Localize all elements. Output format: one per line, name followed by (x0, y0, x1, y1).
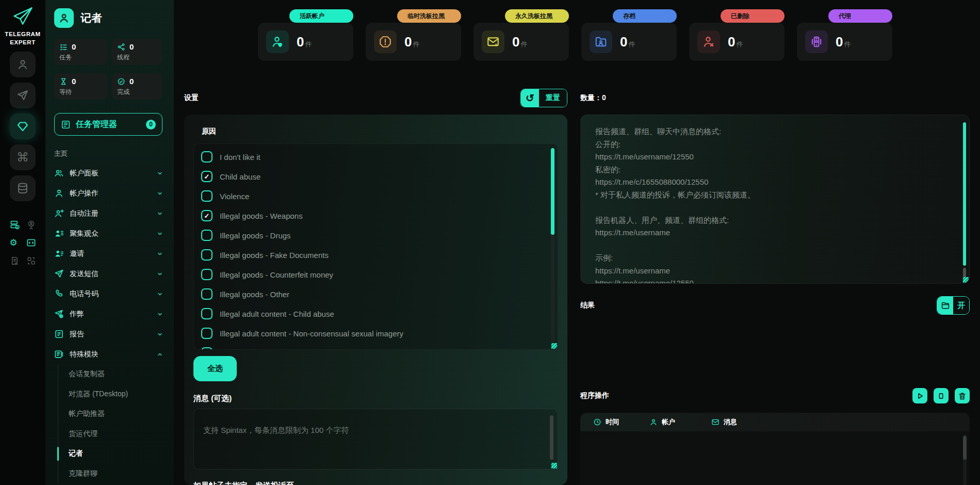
reason-checkbox-row[interactable]: Illegal adult content - Non-consensual s… (201, 324, 558, 343)
resize-grip[interactable] (963, 277, 969, 283)
sidebar-item-invite[interactable]: 邀请 (54, 244, 174, 264)
checkbox[interactable] (201, 230, 213, 241)
submenu-item-freight-agent[interactable]: 货运代理 (58, 424, 174, 444)
checkbox[interactable] (201, 171, 213, 182)
scrollbar-thumb[interactable] (551, 148, 554, 235)
checkbox[interactable] (201, 347, 213, 350)
task-manager-label: 任务管理器 (76, 119, 141, 130)
links-textarea[interactable]: 报告频道、群组、聊天中消息的格式: 公开的: https://t.me/user… (580, 115, 970, 284)
page-title: 记者 (80, 11, 102, 25)
rail-diamond-button[interactable] (10, 114, 36, 139)
reset-button[interactable]: ↺ 重置 (520, 89, 567, 107)
task-manager-button[interactable]: 任务管理器 0 (54, 113, 162, 136)
sidebar-item-label: 作弊 (70, 310, 151, 319)
trash-button[interactable] (955, 388, 970, 403)
reason-label: 原因 (202, 127, 558, 136)
reason-checkbox-row[interactable]: I don't like it (201, 147, 558, 167)
sidebar-item-phone-numbers[interactable]: 电话号码 (54, 284, 174, 304)
sidebar-item-label: 发送短信 (70, 269, 151, 279)
stop-button[interactable] (934, 388, 949, 403)
mail-icon (711, 418, 720, 426)
resize-grip[interactable] (551, 463, 557, 468)
chevron-up-icon (157, 351, 163, 358)
logo-line1: TELEGRAM (5, 30, 40, 38)
reason-checkbox-row[interactable]: Illegal goods - Other (201, 284, 558, 304)
sidebar-item-auto-register[interactable]: 自动注册 (54, 203, 174, 223)
sidebar-item-cheat[interactable]: 作弊 (54, 304, 174, 324)
reason-list: I don't like it Child abuse Violence Ill… (193, 143, 558, 350)
server-check-icon[interactable] (10, 220, 20, 230)
results-label: 结果 (580, 301, 595, 310)
submenu-item-converter-tdesktop[interactable]: 对流器 (TDesktop) (58, 384, 174, 405)
swap-icon[interactable] (26, 256, 36, 266)
logo-line2: EXPERT (5, 38, 40, 46)
reason-checkbox-row[interactable]: Illegal goods - Weapons (201, 206, 558, 225)
submenu-item-journalist[interactable]: 记者 (58, 444, 174, 464)
message-label: 消息 (可选) (193, 394, 558, 403)
column-header-message[interactable]: 消息 (711, 417, 737, 427)
reason-checkbox-row[interactable]: Violence (201, 186, 558, 206)
card-value: 0 (728, 34, 735, 50)
person-cam-icon[interactable] (26, 220, 36, 230)
scrollbar-thumb[interactable] (550, 415, 553, 460)
resize-grip[interactable] (551, 343, 557, 349)
user-x-icon (697, 30, 720, 53)
reason-checkbox-row[interactable]: Illegal adult content - Child abuse (201, 304, 558, 324)
stat-label: 完成 (117, 88, 157, 96)
sidebar-item-reports[interactable]: 报告 (54, 324, 174, 344)
scrollbar-thumb[interactable] (963, 436, 967, 460)
card-value: 0 (836, 34, 843, 50)
checkbox[interactable] (201, 288, 213, 300)
checkbox[interactable] (201, 151, 213, 163)
doc-check-icon[interactable] (10, 256, 20, 266)
open-results-button[interactable]: 开 (937, 296, 970, 315)
sidebar-item-accounts-panel[interactable]: 帐户面板 (54, 163, 174, 183)
stat-tasks: 0 任务 (54, 39, 107, 65)
play-button[interactable] (912, 388, 927, 403)
checkbox[interactable] (201, 210, 213, 221)
submenu-item-clone-group-chat[interactable]: 克隆群聊 (58, 464, 174, 484)
code-window-icon[interactable] (26, 238, 36, 248)
telegram-expert-logo (11, 5, 35, 30)
card-proxy: 代理 0件 (797, 8, 892, 61)
scrollbar-thumb[interactable] (963, 122, 966, 266)
stop-icon (937, 392, 945, 400)
card-perm-spamblock: 永久洗板拉黑 0件 (473, 8, 569, 61)
checkbox[interactable] (201, 190, 213, 202)
checkbox[interactable] (201, 269, 213, 280)
checkbox[interactable] (201, 328, 213, 339)
submenu-item-session-copier[interactable]: 会话复制器 (58, 364, 174, 384)
rail-user-button[interactable] (10, 52, 36, 77)
reason-checkbox-row[interactable]: Child abuse (201, 167, 558, 186)
audience-icon (54, 229, 64, 238)
sidebar-item-special-modules[interactable]: 特殊模块 (54, 344, 174, 364)
checkbox[interactable] (201, 308, 213, 319)
reset-label: 重置 (539, 89, 567, 107)
phone-icon (54, 289, 64, 299)
gear-icon[interactable]: ⚙ (10, 238, 20, 248)
submenu-item-account-booster[interactable]: 帐户助推器 (58, 404, 174, 424)
reason-checkbox-row[interactable]: Illegal goods - Drugs (201, 225, 558, 245)
user-icon (649, 418, 658, 426)
column-header-account[interactable]: 帐户 (649, 417, 675, 427)
operations-table: 时间 帐户 消息 (580, 413, 970, 485)
message-textarea[interactable]: 支持 Spintax，每条消息限制为 100 个字符 (193, 409, 558, 470)
app-window: TELEGRAM EXPERT ⌘ ⚙ (0, 0, 980, 485)
column-header-time[interactable]: 时间 (593, 417, 619, 427)
select-all-button[interactable]: 全选 (193, 356, 237, 381)
chevron-down-icon (157, 170, 163, 176)
rail-send-button[interactable] (10, 83, 36, 108)
sidebar-item-send-sms[interactable]: 发送短信 (54, 264, 174, 284)
reason-checkbox-row[interactable]: Illegal goods - Fake Documents (201, 245, 558, 265)
play-icon (916, 392, 924, 400)
rail-command-button[interactable]: ⌘ (10, 144, 36, 170)
checkbox[interactable] (201, 249, 213, 261)
sidebar-item-gather-audience[interactable]: 聚集观众 (54, 223, 174, 244)
sidebar-item-account-actions[interactable]: 帐户操作 (54, 183, 174, 203)
card-unit: 件 (736, 40, 743, 48)
rail-database-button[interactable] (10, 175, 36, 201)
chevron-down-icon (157, 291, 163, 297)
reason-checkbox-row[interactable]: Illegal goods - Counterfeit money (201, 265, 558, 284)
stat-waiting: 0 等待 (54, 73, 107, 100)
reason-checkbox-row[interactable]: Illegal adult content - Other illegal se… (201, 343, 558, 350)
